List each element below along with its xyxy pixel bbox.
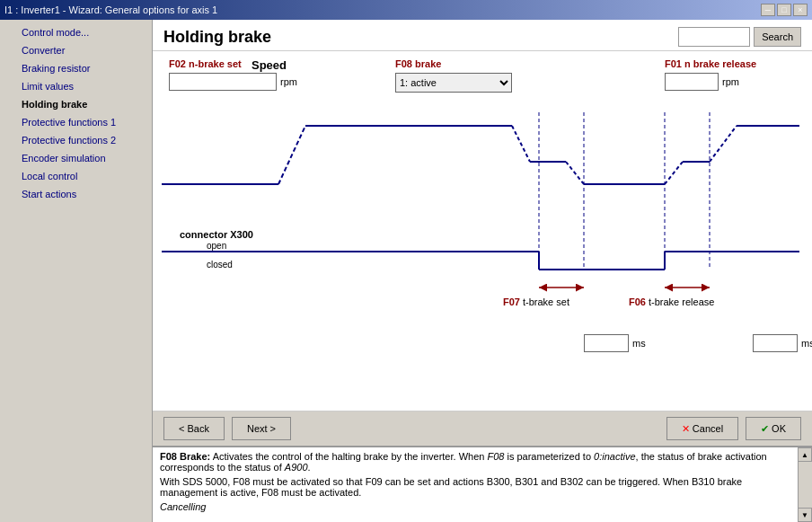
minimize-button[interactable]: ─ (761, 4, 775, 16)
svg-line-7 (665, 162, 683, 184)
main-container: Control mode... Converter Braking resist… (0, 20, 812, 522)
f07-input[interactable]: 0 (584, 334, 629, 352)
sidebar-item-protective-1[interactable]: Protective functions 1 (0, 113, 152, 131)
cancel-button[interactable]: ✕Cancel (666, 417, 738, 440)
page-title: Holding brake (163, 28, 271, 47)
sidebar-item-control-mode[interactable]: Control mode... (0, 23, 152, 41)
f01-input[interactable]: 1 (665, 73, 719, 91)
svg-line-3 (512, 126, 530, 162)
info-text-line1: F08 Brake: Activates the control of the … (160, 451, 794, 473)
window-title: I1 : Inverter1 - Wizard: General options… (4, 4, 217, 15)
next-button[interactable]: Next > (232, 417, 291, 440)
f01-label: F01 n brake release (665, 58, 756, 69)
svg-line-9 (710, 126, 737, 162)
close-button[interactable]: × (793, 4, 808, 16)
sidebar-item-start-actions[interactable]: Start actions (0, 185, 152, 203)
sidebar-item-local-control[interactable]: Local control (0, 167, 152, 185)
sidebar-item-protective-2[interactable]: Protective functions 2 (0, 131, 152, 149)
f08-label: F08 brake (395, 58, 512, 69)
svg-text:F06: F06 (629, 296, 646, 307)
diagram-area: Speed F02 n-brake set 30 rpm F08 brake 0… (153, 51, 812, 411)
content-area: Holding brake Search Speed F02 n-brake s… (153, 20, 812, 522)
f08-select[interactable]: 0: inactive 1: active (395, 73, 512, 93)
sidebar-item-encoder-simulation[interactable]: Encoder simulation (0, 149, 152, 167)
svg-text:connector X300: connector X300 (180, 229, 253, 240)
ok-check-icon: ✔ (761, 423, 769, 434)
info-panel: F08 Brake: Activates the control of the … (153, 446, 812, 522)
f06-input[interactable]: 0 (753, 334, 798, 352)
title-bar-buttons: ─ □ × (761, 4, 808, 16)
info-text-line2: With SDS 5000, F08 must be activated so … (160, 476, 794, 498)
f02-label: F02 n-brake set (169, 58, 297, 69)
waveform-diagram: connector X300 open closed (162, 112, 799, 337)
f02-unit: rpm (280, 76, 297, 87)
f02-input[interactable]: 30 (169, 73, 277, 91)
bottom-buttons: < Back Next > ✕Cancel ✔OK (153, 411, 812, 446)
f01-unit: rpm (722, 76, 739, 87)
sidebar: Control mode... Converter Braking resist… (0, 20, 153, 522)
scrollbar[interactable]: ▲ ▼ (798, 447, 812, 522)
maximize-button[interactable]: □ (777, 4, 791, 16)
f06-unit: ms (801, 338, 812, 349)
svg-text:closed: closed (207, 260, 233, 270)
svg-line-5 (566, 162, 584, 184)
svg-text:open: open (207, 241, 226, 251)
svg-text:t-brake set: t-brake set (523, 296, 569, 307)
svg-line-1 (278, 126, 305, 184)
search-area: Search (678, 27, 801, 47)
ok-button[interactable]: ✔OK (746, 417, 801, 440)
title-bar: I1 : Inverter1 - Wizard: General options… (0, 0, 812, 20)
svg-text:F07: F07 (503, 296, 520, 307)
scroll-up-button[interactable]: ▲ (798, 447, 812, 462)
search-input[interactable] (678, 27, 750, 47)
sidebar-item-limit-values[interactable]: Limit values (0, 77, 152, 95)
sidebar-item-holding-brake[interactable]: Holding brake (0, 95, 152, 113)
back-button[interactable]: < Back (163, 417, 225, 440)
sidebar-item-braking-resistor[interactable]: Braking resistor (0, 59, 152, 77)
scroll-down-button[interactable]: ▼ (798, 508, 812, 522)
cancel-x-icon: ✕ (682, 423, 690, 434)
search-button[interactable]: Search (754, 27, 801, 47)
sidebar-item-converter[interactable]: Converter (0, 41, 152, 59)
info-text-line3: Cancelling (160, 501, 794, 512)
page-header: Holding brake Search (153, 20, 812, 51)
f07-unit: ms (632, 338, 646, 349)
svg-text:t-brake release: t-brake release (649, 296, 714, 307)
